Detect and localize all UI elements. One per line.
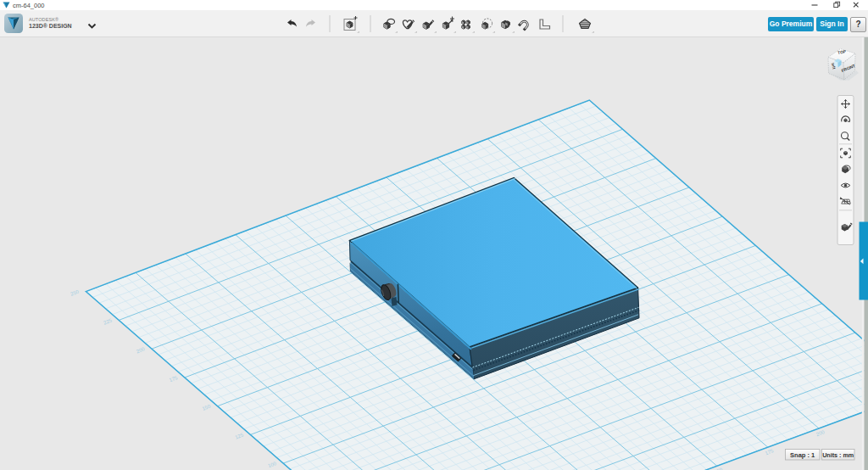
svg-text:175: 175 (169, 375, 179, 383)
svg-text:225: 225 (103, 317, 113, 325)
svg-text:150: 150 (202, 404, 212, 411)
svg-text:Snap : 1: Snap : 1 (790, 451, 815, 459)
svg-text:125: 125 (234, 432, 244, 439)
svg-text:100: 100 (267, 461, 277, 468)
svg-text:200: 200 (815, 429, 826, 437)
svg-text:175: 175 (765, 448, 775, 456)
svg-text:Units : mm: Units : mm (822, 451, 854, 459)
svg-text:250: 250 (70, 288, 80, 296)
svg-text:200: 200 (136, 346, 146, 354)
